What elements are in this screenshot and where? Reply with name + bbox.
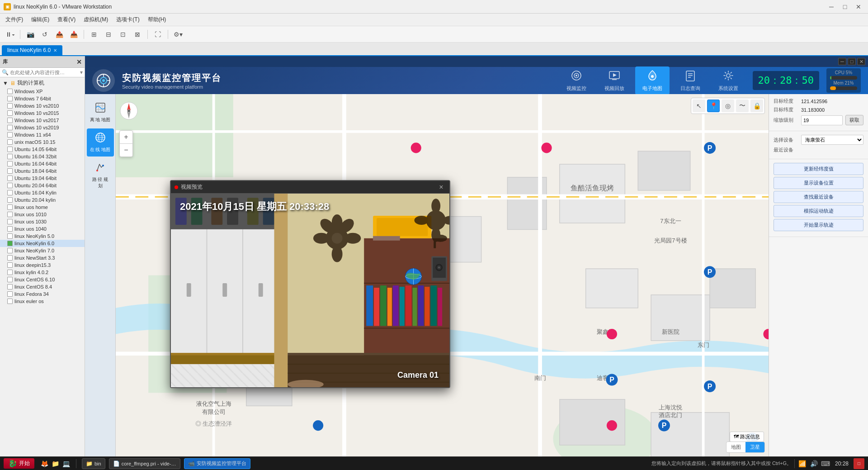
inner-maximize-btn[interactable]: □ <box>848 58 856 65</box>
video-popup-close-btn[interactable]: × <box>437 183 446 192</box>
left-nav-offline-map[interactable]: 离 地 地图 <box>87 99 114 127</box>
taskbar-item-ffmpeg[interactable]: 📄 core_ffmpeg.pri - vide-… <box>109 458 180 469</box>
maximize-button[interactable]: □ <box>839 2 851 11</box>
nav-log-query[interactable]: 日志查询 <box>673 66 708 95</box>
toolbar-pause-btn[interactable]: ⏸▾ <box>4 28 16 40</box>
sidebar-item-ubuntu-1904[interactable]: Ubuntu 19.04 64bit <box>0 175 85 182</box>
zoom-out-btn[interactable]: − <box>120 144 132 157</box>
map-type-satellite[interactable]: 卫星 <box>745 442 764 452</box>
sidebar-item-win10-2010[interactable]: Windows 10 vs2010 <box>0 102 85 109</box>
show-device-pos-btn[interactable]: 显示设备位置 <box>774 177 863 189</box>
vm-tab-neokylin[interactable]: linux NeoKylin 6.0 ✕ <box>2 45 62 55</box>
map-compass[interactable] <box>119 101 138 120</box>
sidebar-item-uos-1010[interactable]: linux uos 1010 <box>0 211 85 218</box>
sidebar-item-win10-2017[interactable]: Windows 10 vs2017 <box>0 117 85 124</box>
sidebar-item-neokylin-60[interactable]: linux NeoKylin 6.0 <box>0 240 85 247</box>
sidebar-item-kylin[interactable]: linux kylin 4.0.2 <box>0 269 85 276</box>
route-info-badge[interactable]: 🗺 路况信息 <box>730 432 764 442</box>
sidebar-item-win7[interactable]: Windows 7 64bit <box>0 95 85 102</box>
sidebar-item-uos-1030[interactable]: linux uos 1030 <box>0 218 85 225</box>
left-nav-online-map[interactable]: 在 线 地图 <box>87 128 114 157</box>
sidebar-item-centos-84[interactable]: linux CentOS 8.4 <box>0 283 85 290</box>
tray-sound-icon[interactable]: 🔊 <box>809 459 818 468</box>
sidebar-item-neokylin-70[interactable]: linux NeoKylin 7.0 <box>0 247 85 254</box>
sidebar-item-ubuntu-kylin-1604[interactable]: Ubuntu 16.04 Kylin <box>0 189 85 196</box>
get-location-btn[interactable]: 获取 <box>845 115 863 125</box>
menu-tabs[interactable]: 选项卡(T) <box>113 14 143 25</box>
sidebar-item-ubuntu-2004[interactable]: Ubuntu 20.04 64bit <box>0 182 85 189</box>
sidebar-item-fedora[interactable]: linux Fedora 34 <box>0 290 85 298</box>
menu-file[interactable]: 文件(F) <box>2 14 27 25</box>
inner-minimize-btn[interactable]: ─ <box>838 58 846 65</box>
sidebar-item-winxp[interactable]: Windows XP <box>0 88 85 95</box>
map-tool-cursor[interactable]: ↖ <box>693 100 705 112</box>
vm-indicator[interactable]: □ <box>854 458 864 469</box>
menu-edit[interactable]: 编辑(E) <box>28 14 53 25</box>
tree-root-my-computer[interactable]: ▼ 🖥 我的计算机 <box>0 78 85 88</box>
sidebar-item-win10-2015[interactable]: Windows 10 vs2015 <box>0 109 85 117</box>
nav-electronic-map[interactable]: 电子地图 <box>635 66 670 95</box>
tray-keyboard-icon[interactable]: ⌨ <box>821 459 830 468</box>
sidebar-item-macos[interactable]: unix macOS 10.15 <box>0 138 85 146</box>
inner-close-btn[interactable]: ✕ <box>857 58 865 65</box>
sidebar-item-ubuntu-1604-32[interactable]: Ubuntu 16.04 32bit <box>0 153 85 160</box>
map-area[interactable]: 60西北门 鱼酷活鱼现烤 虹欣园51 上海墨翠文化 传播有限公司 液化空气上海 … <box>116 94 769 456</box>
toolbar-layout1-btn[interactable]: ⊞ <box>88 28 100 40</box>
taskbar-item-security-platform[interactable]: 📹 安防视频监控管理平台 <box>184 458 250 469</box>
sidebar-item-win11[interactable]: Windows 11 x64 <box>0 131 85 138</box>
sidebar-item-ubuntu-kylin-2004[interactable]: Ubuntu 20.04 kylin <box>0 196 85 204</box>
toolbar-layout4-btn[interactable]: ⊠ <box>131 28 144 40</box>
taskbar-item-bin[interactable]: 📁 bin <box>82 458 105 469</box>
sidebar-item-ubuntu-1405[interactable]: Ubuntu 14.05 64bit <box>0 146 85 153</box>
nav-video-playback[interactable]: 视频回放 <box>597 66 632 95</box>
sidebar-item-deepin[interactable]: linux deepin15.3 <box>0 261 85 269</box>
target-lon-field: 目标经度 121.412596 <box>774 98 863 104</box>
toolbar-send-btn[interactable]: 📤 <box>53 28 66 40</box>
sidebar-item-centos-610[interactable]: linux CentOS 6.10 <box>0 276 85 283</box>
menu-help[interactable]: 帮助(H) <box>144 14 170 25</box>
sidebar-item-ubuntu-1604-64[interactable]: Ubuntu 16.04 64bit <box>0 160 85 167</box>
map-tool-circle[interactable]: ◎ <box>722 100 734 112</box>
nav-system-settings[interactable]: 系统设置 <box>711 66 745 95</box>
quicklaunch-file-icon[interactable]: 📁 <box>51 459 60 468</box>
sidebar-item-newstart[interactable]: linux NewStart 3.3 <box>0 254 85 261</box>
toolbar-layout2-btn[interactable]: ⊟ <box>102 28 115 40</box>
quicklaunch-browser-icon[interactable]: 🦊 <box>40 459 49 468</box>
sidebar-item-uos-1040[interactable]: linux uos 1040 <box>0 225 85 233</box>
update-coords-btn[interactable]: 更新经纬度值 <box>774 163 863 175</box>
menu-view[interactable]: 查看(V) <box>54 14 79 25</box>
sidebar-close-icon[interactable]: ✕ <box>76 58 82 66</box>
start-show-track-btn[interactable]: 开始显示轨迹 <box>774 219 863 231</box>
zoom-in-btn[interactable]: + <box>120 131 132 143</box>
sidebar-item-uos-home[interactable]: linux uos home <box>0 204 85 211</box>
toolbar-layout3-btn[interactable]: ⊡ <box>117 28 129 40</box>
sidebar-item-neokylin-50[interactable]: linux NeoKylin 5.0 <box>0 233 85 240</box>
toolbar-settings-btn[interactable]: ⚙▾ <box>172 28 184 40</box>
toolbar-full-btn[interactable]: ⛶ <box>151 28 164 40</box>
quicklaunch-terminal-icon[interactable]: 💻 <box>61 459 71 468</box>
zoom-level-input[interactable]: 19 <box>801 115 843 125</box>
left-nav-route-plan[interactable]: 路 径 规 划 <box>87 158 114 193</box>
sidebar-item-win10-2019[interactable]: Windows 10 vs2019 <box>0 124 85 131</box>
tray-network-icon[interactable]: 📶 <box>797 459 807 468</box>
minimize-button[interactable]: ─ <box>826 2 837 11</box>
vm-tab-close[interactable]: ✕ <box>53 48 57 53</box>
sidebar-item-euler[interactable]: linux euler os <box>0 298 85 305</box>
start-button[interactable]: 🐉 开始 <box>4 458 34 469</box>
select-device-dropdown[interactable]: 海康萤石 <box>801 135 863 145</box>
search-input[interactable] <box>10 70 80 75</box>
map-type-map[interactable]: 地图 <box>726 442 745 452</box>
menu-vm[interactable]: 虚拟机(M) <box>80 14 112 25</box>
toolbar-snapshot-btn[interactable]: 📷 <box>24 28 37 40</box>
sidebar-item-ubuntu-1804[interactable]: Ubuntu 18.04 64bit <box>0 167 85 175</box>
nav-video-monitor[interactable]: 视频监控 <box>559 66 594 95</box>
search-dropdown-icon[interactable]: ▾ <box>80 69 83 76</box>
close-button[interactable]: ✕ <box>853 2 864 11</box>
find-nearby-device-btn[interactable]: 查找最近设备 <box>774 191 863 203</box>
map-tool-route[interactable]: 〜 <box>736 100 749 112</box>
simulate-motion-btn[interactable]: 模拟运动轨迹 <box>774 205 863 217</box>
toolbar-revert-btn[interactable]: ↺ <box>38 28 51 40</box>
toolbar-receive-btn[interactable]: 📥 <box>67 28 80 40</box>
map-tool-pin[interactable]: 📍 <box>707 100 720 112</box>
map-tool-road[interactable]: 🔒 <box>750 100 763 112</box>
